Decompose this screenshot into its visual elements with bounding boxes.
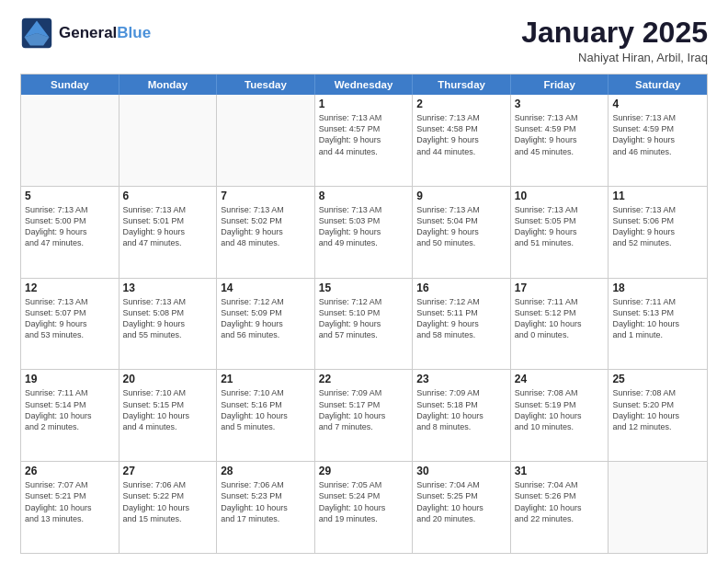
day-cell-4: 4Sunrise: 7:13 AM Sunset: 4:59 PM Daylig… (609, 95, 707, 186)
day-info: Sunrise: 7:13 AM Sunset: 4:59 PM Dayligh… (612, 112, 703, 157)
day-info: Sunrise: 7:13 AM Sunset: 4:58 PM Dayligh… (416, 112, 506, 157)
day-cell-19: 19Sunrise: 7:11 AM Sunset: 5:14 PM Dayli… (21, 370, 119, 461)
day-number: 6 (123, 190, 213, 202)
day-number: 26 (25, 465, 115, 477)
day-cell-18: 18Sunrise: 7:11 AM Sunset: 5:13 PM Dayli… (609, 279, 707, 370)
day-number: 31 (515, 465, 605, 477)
day-info: Sunrise: 7:13 AM Sunset: 4:57 PM Dayligh… (319, 112, 409, 157)
day-info: Sunrise: 7:06 AM Sunset: 5:22 PM Dayligh… (123, 479, 213, 524)
calendar-page: GeneralBlue January 2025 Nahiyat Hiran, … (0, 0, 728, 563)
calendar-week-5: 26Sunrise: 7:07 AM Sunset: 5:21 PM Dayli… (21, 461, 707, 553)
day-info: Sunrise: 7:13 AM Sunset: 5:05 PM Dayligh… (515, 204, 605, 249)
day-header-friday: Friday (511, 75, 609, 95)
month-title: January 2025 (521, 17, 708, 49)
day-info: Sunrise: 7:12 AM Sunset: 5:10 PM Dayligh… (319, 296, 409, 341)
day-info: Sunrise: 7:04 AM Sunset: 5:26 PM Dayligh… (515, 479, 605, 524)
day-header-sunday: Sunday (21, 75, 119, 95)
day-info: Sunrise: 7:13 AM Sunset: 5:04 PM Dayligh… (416, 204, 506, 249)
day-info: Sunrise: 7:05 AM Sunset: 5:24 PM Dayligh… (319, 479, 409, 524)
day-cell-31: 31Sunrise: 7:04 AM Sunset: 5:26 PM Dayli… (511, 462, 609, 553)
day-number: 5 (25, 190, 115, 202)
day-info: Sunrise: 7:06 AM Sunset: 5:23 PM Dayligh… (221, 479, 311, 524)
day-cell-29: 29Sunrise: 7:05 AM Sunset: 5:24 PM Dayli… (315, 462, 414, 553)
day-info: Sunrise: 7:07 AM Sunset: 5:21 PM Dayligh… (25, 479, 115, 524)
day-info: Sunrise: 7:13 AM Sunset: 5:00 PM Dayligh… (25, 204, 115, 249)
day-cell-26: 26Sunrise: 7:07 AM Sunset: 5:21 PM Dayli… (21, 462, 119, 553)
day-number: 19 (25, 373, 115, 385)
logo-icon (20, 17, 53, 50)
day-number: 18 (612, 282, 703, 294)
day-info: Sunrise: 7:13 AM Sunset: 5:07 PM Dayligh… (25, 296, 115, 341)
calendar-week-1: 1Sunrise: 7:13 AM Sunset: 4:57 PM Daylig… (21, 95, 707, 186)
day-number: 3 (515, 98, 605, 110)
day-cell-2: 2Sunrise: 7:13 AM Sunset: 4:58 PM Daylig… (413, 95, 511, 186)
day-cell-28: 28Sunrise: 7:06 AM Sunset: 5:23 PM Dayli… (217, 462, 315, 553)
day-header-saturday: Saturday (609, 75, 707, 95)
day-cell-21: 21Sunrise: 7:10 AM Sunset: 5:16 PM Dayli… (217, 370, 315, 461)
day-cell-14: 14Sunrise: 7:12 AM Sunset: 5:09 PM Dayli… (217, 279, 315, 370)
calendar-week-4: 19Sunrise: 7:11 AM Sunset: 5:14 PM Dayli… (21, 369, 707, 461)
day-header-thursday: Thursday (413, 75, 511, 95)
day-info: Sunrise: 7:12 AM Sunset: 5:09 PM Dayligh… (221, 296, 311, 341)
day-info: Sunrise: 7:13 AM Sunset: 5:02 PM Dayligh… (221, 204, 311, 249)
day-number: 30 (416, 465, 506, 477)
day-header-tuesday: Tuesday (217, 75, 315, 95)
day-header-monday: Monday (119, 75, 218, 95)
day-cell-9: 9Sunrise: 7:13 AM Sunset: 5:04 PM Daylig… (413, 187, 511, 278)
title-block: January 2025 Nahiyat Hiran, Arbil, Iraq (521, 17, 708, 64)
day-cell-17: 17Sunrise: 7:11 AM Sunset: 5:12 PM Dayli… (511, 279, 609, 370)
day-number: 20 (123, 373, 213, 385)
day-info: Sunrise: 7:11 AM Sunset: 5:12 PM Dayligh… (515, 296, 605, 341)
day-cell-empty (609, 462, 707, 553)
day-header-wednesday: Wednesday (315, 75, 414, 95)
day-number: 15 (319, 282, 409, 294)
day-number: 29 (319, 465, 409, 477)
day-cell-22: 22Sunrise: 7:09 AM Sunset: 5:17 PM Dayli… (315, 370, 414, 461)
day-cell-24: 24Sunrise: 7:08 AM Sunset: 5:19 PM Dayli… (511, 370, 609, 461)
calendar-body: 1Sunrise: 7:13 AM Sunset: 4:57 PM Daylig… (21, 95, 707, 553)
day-cell-empty (119, 95, 218, 186)
day-number: 24 (515, 373, 605, 385)
day-info: Sunrise: 7:13 AM Sunset: 5:06 PM Dayligh… (612, 204, 703, 249)
day-number: 17 (515, 282, 605, 294)
day-number: 22 (319, 373, 409, 385)
day-cell-1: 1Sunrise: 7:13 AM Sunset: 4:57 PM Daylig… (315, 95, 414, 186)
day-cell-3: 3Sunrise: 7:13 AM Sunset: 4:59 PM Daylig… (511, 95, 609, 186)
day-cell-27: 27Sunrise: 7:06 AM Sunset: 5:22 PM Dayli… (119, 462, 218, 553)
day-info: Sunrise: 7:11 AM Sunset: 5:13 PM Dayligh… (612, 296, 703, 341)
day-info: Sunrise: 7:10 AM Sunset: 5:15 PM Dayligh… (123, 387, 213, 432)
location-subtitle: Nahiyat Hiran, Arbil, Iraq (521, 51, 708, 64)
day-info: Sunrise: 7:13 AM Sunset: 5:03 PM Dayligh… (319, 204, 409, 249)
logo: GeneralBlue (20, 17, 151, 50)
day-info: Sunrise: 7:09 AM Sunset: 5:18 PM Dayligh… (416, 387, 506, 432)
day-info: Sunrise: 7:13 AM Sunset: 4:59 PM Dayligh… (515, 112, 605, 157)
day-cell-empty (21, 95, 119, 186)
day-number: 9 (416, 190, 506, 202)
logo-text: GeneralBlue (59, 25, 151, 42)
day-number: 27 (123, 465, 213, 477)
page-header: GeneralBlue January 2025 Nahiyat Hiran, … (20, 17, 708, 64)
day-cell-30: 30Sunrise: 7:04 AM Sunset: 5:25 PM Dayli… (413, 462, 511, 553)
day-cell-8: 8Sunrise: 7:13 AM Sunset: 5:03 PM Daylig… (315, 187, 414, 278)
day-number: 4 (612, 98, 703, 110)
day-info: Sunrise: 7:04 AM Sunset: 5:25 PM Dayligh… (416, 479, 506, 524)
day-cell-10: 10Sunrise: 7:13 AM Sunset: 5:05 PM Dayli… (511, 187, 609, 278)
day-info: Sunrise: 7:09 AM Sunset: 5:17 PM Dayligh… (319, 387, 409, 432)
day-number: 13 (123, 282, 213, 294)
day-number: 28 (221, 465, 311, 477)
day-cell-11: 11Sunrise: 7:13 AM Sunset: 5:06 PM Dayli… (609, 187, 707, 278)
day-number: 23 (416, 373, 506, 385)
day-number: 7 (221, 190, 311, 202)
day-number: 16 (416, 282, 506, 294)
day-info: Sunrise: 7:08 AM Sunset: 5:19 PM Dayligh… (515, 387, 605, 432)
day-number: 2 (416, 98, 506, 110)
day-info: Sunrise: 7:13 AM Sunset: 5:08 PM Dayligh… (123, 296, 213, 341)
day-cell-13: 13Sunrise: 7:13 AM Sunset: 5:08 PM Dayli… (119, 279, 218, 370)
calendar-week-3: 12Sunrise: 7:13 AM Sunset: 5:07 PM Dayli… (21, 278, 707, 370)
day-number: 25 (612, 373, 703, 385)
day-cell-5: 5Sunrise: 7:13 AM Sunset: 5:00 PM Daylig… (21, 187, 119, 278)
day-info: Sunrise: 7:11 AM Sunset: 5:14 PM Dayligh… (25, 387, 115, 432)
day-number: 12 (25, 282, 115, 294)
day-number: 11 (612, 190, 703, 202)
calendar: SundayMondayTuesdayWednesdayThursdayFrid… (20, 74, 708, 554)
